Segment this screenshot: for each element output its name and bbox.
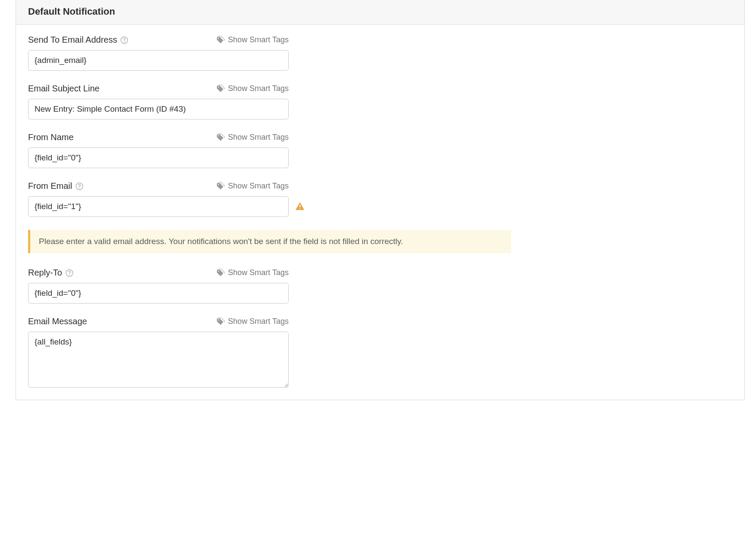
validation-notice: Please enter a valid email address. Your…	[28, 230, 511, 253]
smart-tags-label: Show Smart Tags	[228, 268, 289, 277]
field-head: Reply-To Show Smart Tags	[28, 268, 289, 278]
subject-label: Email Subject Line	[28, 84, 100, 94]
field-head: Email Subject Line Show Smart Tags	[28, 84, 289, 94]
smart-tags-label: Show Smart Tags	[228, 35, 289, 44]
from-email-input[interactable]	[28, 196, 289, 217]
message-textarea[interactable]	[28, 332, 289, 388]
subject-input[interactable]	[28, 99, 289, 119]
show-smart-tags-button[interactable]: Show Smart Tags	[216, 317, 289, 326]
field-head: Send To Email Address Show Smart Tags	[28, 35, 289, 45]
help-icon[interactable]	[120, 36, 128, 44]
warning-icon	[295, 201, 305, 212]
field-message: Email Message Show Smart Tags	[28, 317, 511, 388]
field-head: Email Message Show Smart Tags	[28, 317, 289, 326]
from-email-label: From Email	[28, 181, 72, 191]
reply-to-input[interactable]	[28, 283, 289, 304]
show-smart-tags-button[interactable]: Show Smart Tags	[216, 133, 289, 142]
smart-tags-label: Show Smart Tags	[228, 133, 289, 142]
send-to-label: Send To Email Address	[28, 35, 117, 45]
tag-icon	[216, 182, 225, 191]
show-smart-tags-button[interactable]: Show Smart Tags	[216, 268, 289, 277]
show-smart-tags-button[interactable]: Show Smart Tags	[216, 84, 289, 93]
field-head: From Email Show Smart Tags	[28, 181, 289, 191]
field-send-to: Send To Email Address Show Smart Tags	[28, 35, 511, 71]
from-name-label: From Name	[28, 132, 74, 142]
smart-tags-label: Show Smart Tags	[228, 84, 289, 93]
tag-icon	[216, 317, 225, 326]
tag-icon	[216, 36, 225, 44]
tag-icon	[216, 269, 225, 277]
panel-title: Default Notification	[28, 6, 732, 17]
notification-settings-panel: Default Notification Send To Email Addre…	[16, 0, 745, 400]
field-subject: Email Subject Line Show Smart Tags	[28, 84, 511, 119]
send-to-input[interactable]	[28, 50, 289, 71]
from-name-input[interactable]	[28, 147, 289, 168]
panel-header: Default Notification	[16, 0, 744, 25]
message-label: Email Message	[28, 317, 87, 326]
field-from-email: From Email Show Smart Tags	[28, 181, 511, 217]
help-icon[interactable]	[76, 182, 83, 190]
reply-to-label: Reply-To	[28, 268, 62, 278]
help-icon[interactable]	[66, 269, 73, 277]
show-smart-tags-button[interactable]: Show Smart Tags	[216, 35, 289, 44]
smart-tags-label: Show Smart Tags	[228, 182, 289, 191]
show-smart-tags-button[interactable]: Show Smart Tags	[216, 182, 289, 191]
tag-icon	[216, 133, 225, 142]
smart-tags-label: Show Smart Tags	[228, 317, 289, 326]
tag-icon	[216, 85, 225, 93]
panel-body: Send To Email Address Show Smart Tags Em…	[16, 25, 744, 400]
field-reply-to: Reply-To Show Smart Tags	[28, 268, 511, 304]
field-from-name: From Name Show Smart Tags	[28, 132, 511, 168]
field-head: From Name Show Smart Tags	[28, 132, 289, 142]
